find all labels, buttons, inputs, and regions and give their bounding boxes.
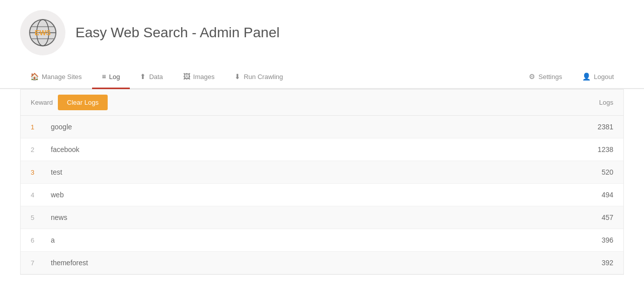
row-number: 5 [31, 214, 51, 221]
row-number: 4 [31, 191, 51, 199]
table-row: 1 google 2381 [21, 116, 623, 138]
row-keyword: google [51, 123, 583, 131]
home-icon: 🏠 [30, 72, 39, 81]
row-logs: 457 [583, 213, 613, 221]
nav-logout-label: Logout [594, 73, 614, 81]
svg-text:EWS: EWS [35, 29, 51, 37]
row-number: 6 [31, 237, 51, 244]
nav-data[interactable]: ⬆ Data [130, 65, 173, 89]
table-row: 2 facebook 1238 [21, 138, 623, 161]
keyword-column-header: Keward [31, 99, 53, 106]
nav-logout[interactable]: 👤 Logout [572, 65, 624, 89]
row-logs: 392 [583, 259, 613, 267]
settings-icon: ⚙ [529, 72, 535, 81]
row-logs: 396 [583, 236, 613, 244]
list-icon: ≡ [102, 72, 106, 81]
main-nav: 🏠 Manage Sites ≡ Log ⬆ Data 🖼 Images ⬇ R… [0, 65, 644, 89]
row-number: 1 [31, 123, 51, 131]
row-keyword: test [51, 168, 583, 176]
table-body: 1 google 2381 2 facebook 1238 3 test 520… [21, 116, 623, 274]
nav-manage-sites-label: Manage Sites [42, 73, 82, 81]
row-logs: 494 [583, 191, 613, 199]
globe-icon: EWS [28, 18, 58, 48]
row-keyword: facebook [51, 145, 583, 154]
table-row: 5 news 457 [21, 206, 623, 229]
row-keyword: a [51, 236, 583, 244]
nav-data-label: Data [149, 73, 163, 81]
row-logs: 520 [583, 168, 613, 176]
row-number: 7 [31, 259, 51, 267]
app-header: EWS Easy Web Search - Admin Panel [0, 0, 644, 65]
nav-settings[interactable]: ⚙ Settings [519, 65, 572, 89]
table-row: 3 test 520 [21, 161, 623, 184]
log-table: Keward Clear Logs Logs 1 google 2381 2 f… [20, 89, 624, 275]
nav-log[interactable]: ≡ Log [92, 65, 130, 89]
logs-column-header: Logs [599, 99, 613, 106]
nav-run-crawling-label: Run Crawling [244, 73, 283, 81]
table-row: 7 themeforest 392 [21, 252, 623, 274]
crawling-icon: ⬇ [234, 72, 240, 81]
nav-images-label: Images [193, 73, 215, 81]
images-icon: 🖼 [183, 72, 190, 81]
clear-logs-button[interactable]: Clear Logs [58, 95, 108, 110]
nav-run-crawling[interactable]: ⬇ Run Crawling [224, 65, 293, 89]
table-row: 4 web 494 [21, 184, 623, 206]
data-icon: ⬆ [140, 72, 146, 81]
app-title: Easy Web Search - Admin Panel [75, 25, 280, 41]
row-keyword: news [51, 213, 583, 221]
nav-log-label: Log [109, 73, 120, 81]
main-content: Keward Clear Logs Logs 1 google 2381 2 f… [0, 89, 644, 275]
nav-settings-label: Settings [538, 73, 562, 81]
nav-manage-sites[interactable]: 🏠 Manage Sites [20, 65, 92, 89]
logo: EWS [20, 10, 65, 55]
row-keyword: themeforest [51, 259, 583, 267]
row-number: 3 [31, 169, 51, 176]
table-header: Keward Clear Logs Logs [21, 90, 623, 116]
nav-images[interactable]: 🖼 Images [173, 65, 225, 89]
row-number: 2 [31, 146, 51, 154]
row-logs: 1238 [583, 145, 613, 154]
user-icon: 👤 [582, 72, 591, 81]
row-keyword: web [51, 191, 583, 199]
row-logs: 2381 [583, 123, 613, 131]
table-row: 6 a 396 [21, 229, 623, 252]
